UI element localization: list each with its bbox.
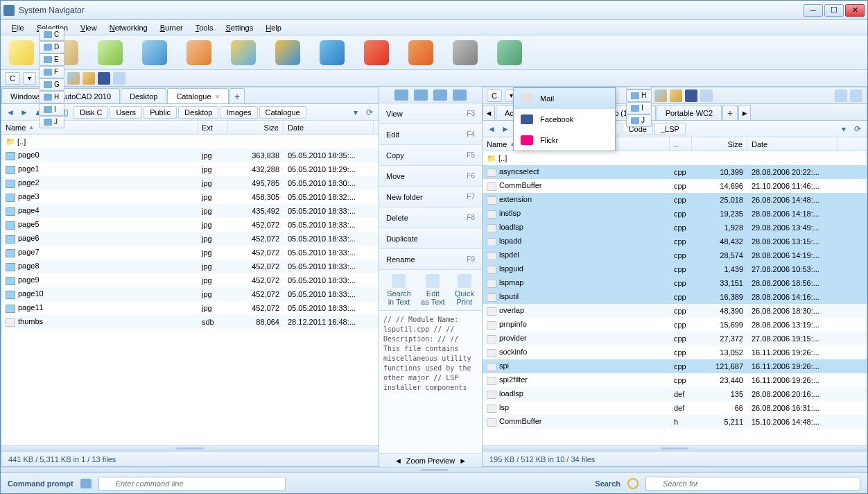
share-mail[interactable]: Mail [514, 88, 615, 109]
tab-scroll-right[interactable]: ► [738, 105, 751, 120]
drive-c-right[interactable]: C [487, 90, 502, 102]
tab-desktop[interactable]: Desktop [121, 88, 166, 103]
users-icon[interactable] [497, 40, 522, 65]
file-row[interactable]: loadlspdef13528.08.2006 20:16:... [483, 387, 867, 401]
file-row[interactable]: page2jpg495,78505.05.2010 18:30:... [1, 176, 379, 190]
zoom-preview[interactable]: ◄Zoom Preview► [379, 453, 482, 467]
action-edit[interactable]: EditF4 [379, 124, 482, 145]
export-icon[interactable] [186, 40, 211, 65]
file-row[interactable]: sockinfocpp13,05216.11.2006 19:26:... [483, 346, 867, 359]
col-date[interactable]: Date [747, 137, 837, 151]
refresh-button[interactable]: ⟳ [363, 106, 376, 119]
close-button[interactable]: ✕ [845, 4, 865, 17]
crumb-_lsp[interactable]: _LSP [654, 123, 686, 135]
fwd-button-r[interactable]: ► [499, 123, 512, 135]
crumb-disk-c[interactable]: Disk C [73, 106, 108, 119]
right-grip[interactable] [483, 445, 867, 451]
file-row[interactable]: page9jpg452,07205.05.2010 18:33:... [1, 273, 379, 287]
crumb-catalogue[interactable]: Catalogue [259, 106, 306, 119]
disc-icon[interactable] [408, 40, 433, 65]
command-input[interactable] [98, 477, 286, 491]
col-size[interactable]: Size [692, 137, 747, 151]
maximize-button[interactable]: ☐ [824, 4, 844, 17]
file-row[interactable]: page5jpg452,07205.05.2010 18:33:... [1, 218, 379, 232]
file-row[interactable]: page6jpg452,07205.05.2010 18:33:... [1, 232, 379, 246]
drive-g[interactable]: G [39, 78, 64, 91]
crumb-public[interactable]: Public [144, 106, 177, 119]
menu-file[interactable]: File [6, 22, 30, 34]
menu-settings[interactable]: Settings [220, 22, 259, 34]
drive-j[interactable]: J [626, 114, 652, 127]
tool-edit-as-text[interactable]: Editas Text [421, 274, 445, 306]
back-button[interactable]: ◄ [4, 106, 17, 119]
sync-icon-4[interactable] [453, 90, 467, 101]
file-row[interactable]: instlspcpp19,23528.08.2006 14:18:... [483, 207, 867, 221]
sync-icon-3[interactable] [433, 90, 447, 101]
left-filelist[interactable]: 📁 [..]page0jpg363,83805.05.2010 18:35:..… [1, 135, 379, 445]
file-row[interactable]: page7jpg452,07205.05.2010 18:33:... [1, 246, 379, 259]
new-doc-icon[interactable] [9, 40, 34, 65]
share-facebook[interactable]: Facebook [514, 109, 615, 130]
net-icon[interactable] [67, 72, 80, 85]
action-new-folder[interactable]: New folderF7 [379, 187, 482, 207]
action-delete[interactable]: DeleteF8 [379, 207, 482, 228]
bottom-grip[interactable] [1, 467, 867, 472]
tool-quick-print[interactable]: QuickPrint [455, 274, 474, 306]
action-copy[interactable]: CopyF5 [379, 145, 482, 166]
search-input[interactable] [645, 477, 860, 491]
minimize-button[interactable]: ─ [804, 4, 823, 17]
crumb-desktop[interactable]: Desktop [178, 106, 218, 119]
file-row[interactable]: loadlspcpp1,92829.08.2006 13:49:... [483, 221, 867, 235]
file-row[interactable]: lspguidcpp1,43927.08.2006 10:53:... [483, 262, 867, 276]
action-rename[interactable]: RenameF9 [379, 249, 482, 270]
file-row[interactable]: lspmapcpp33,15128.08.2006 18:56:... [483, 276, 867, 290]
col-..[interactable]: .. [670, 137, 692, 151]
file-row[interactable]: lspdelcpp28,57428.08.2006 14:19:... [483, 248, 867, 262]
file-row[interactable]: page3jpg458,30505.05.2010 18:32:... [1, 190, 379, 204]
col-name[interactable]: Name▲ [1, 121, 198, 134]
file-row[interactable]: CommBuffercpp14,69621.10.2006 11:46:... [483, 179, 867, 193]
drive-f[interactable]: F [39, 66, 64, 78]
file-row[interactable]: CommBufferh5,21115.10.2006 14:48:... [483, 415, 867, 429]
action-duplicate[interactable]: Duplicate [379, 228, 482, 249]
col-date[interactable]: Date [284, 121, 374, 134]
drive-c-main[interactable]: C [5, 72, 20, 85]
file-row[interactable]: 📁 [..] [483, 151, 867, 165]
fb-icon[interactable] [98, 72, 110, 85]
drive-e[interactable]: E [39, 53, 64, 66]
action-view[interactable]: ViewF3 [379, 103, 482, 124]
tab-scroll-left[interactable]: ◄ [483, 105, 495, 120]
globe-icon[interactable] [231, 40, 256, 65]
camera-icon[interactable] [453, 40, 478, 65]
crumb-users[interactable]: Users [110, 106, 142, 119]
tab-add[interactable]: + [722, 105, 738, 120]
drive-j[interactable]: J [39, 116, 64, 128]
tool-search-in-text[interactable]: Searchin Text [387, 274, 411, 306]
file-row[interactable]: page8jpg452,07205.05.2010 18:33:... [1, 259, 379, 273]
fb-icon-r[interactable] [685, 90, 697, 102]
search-icon[interactable] [142, 40, 167, 65]
file-row[interactable]: extensioncpp25,01826.08.2006 14:48:... [483, 193, 867, 207]
refresh-icon[interactable] [275, 40, 300, 65]
drive-c[interactable]: C [39, 28, 64, 41]
left-grip[interactable] [1, 445, 379, 451]
right-filelist[interactable]: 📁 [..]asyncselectcpp10,39928.08.2006 20:… [483, 151, 867, 445]
drive-i[interactable]: I [626, 102, 652, 114]
share-flickr[interactable]: Flickr [514, 130, 615, 151]
file-row[interactable]: lspaddcpp48,43228.08.2006 13:15:... [483, 235, 867, 248]
file-row[interactable]: lspdef6626.08.2006 16:31:... [483, 401, 867, 415]
action-move[interactable]: MoveF6 [379, 166, 482, 187]
more-icon[interactable] [113, 72, 125, 85]
file-row[interactable]: thumbssdb88,06428.12.2011 16:48:... [1, 315, 379, 329]
heart-icon[interactable] [364, 40, 389, 65]
back-button-r[interactable]: ◄ [485, 123, 498, 135]
fwd-button[interactable]: ► [18, 106, 31, 119]
file-row[interactable]: page10jpg452,07205.05.2010 18:33:... [1, 287, 379, 301]
file-row[interactable]: prnpinfocpp15,69928.08.2006 13:19:... [483, 318, 867, 332]
more-icon-r[interactable] [700, 90, 713, 102]
home-icon[interactable] [83, 72, 95, 85]
crumb-images[interactable]: Images [220, 106, 257, 119]
net-icon-r[interactable] [654, 90, 667, 102]
drive-d[interactable]: D [39, 41, 64, 53]
file-row[interactable]: overlapcpp48,39026.08.2006 18:30:... [483, 304, 867, 318]
